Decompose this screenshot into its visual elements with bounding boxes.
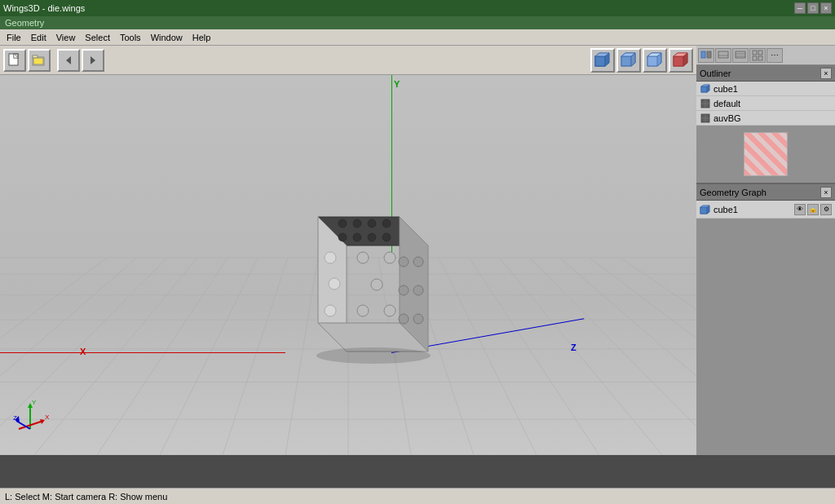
geometry-graph-panel: Geometry Graph × cube1 👁 🔒	[696, 184, 835, 455]
geometry-graph-title: Geometry Graph	[700, 188, 767, 197]
svg-rect-100	[701, 86, 707, 92]
svg-rect-97	[758, 56, 762, 60]
svg-text:Y: Y	[32, 399, 37, 406]
geomgraph-cube1-label: cube1	[714, 205, 738, 214]
z-axis-label: Z	[571, 343, 577, 352]
outliner-close-button[interactable]: ×	[820, 68, 832, 79]
svg-point-56	[325, 305, 336, 316]
geomgraph-cube1-icon	[700, 204, 711, 215]
mini-axes: Y X Z	[12, 398, 45, 431]
back-button[interactable]	[57, 49, 80, 72]
panel-tool-5[interactable]: ⋯	[767, 48, 783, 63]
svg-rect-94	[753, 51, 757, 55]
svg-point-62	[371, 279, 382, 290]
geomgraph-settings-button[interactable]: ⚙	[820, 204, 832, 215]
svg-text:Z: Z	[13, 414, 17, 422]
svg-line-45	[469, 258, 599, 455]
menu-window[interactable]: Window	[146, 31, 188, 44]
svg-line-46	[499, 258, 662, 455]
svg-point-68	[413, 314, 423, 324]
window-title: Wings3D - die.wings	[3, 3, 85, 13]
svg-point-57	[329, 278, 340, 290]
viewport[interactable]: Y X Z	[0, 75, 696, 455]
title-bar: Wings3D - die.wings ─ □ ×	[0, 0, 835, 16]
svg-point-76	[382, 233, 391, 241]
svg-point-69	[338, 219, 347, 228]
svg-point-77	[316, 347, 431, 364]
auv-preview-thumbnail	[744, 132, 788, 176]
new-button[interactable]	[3, 49, 26, 72]
outliner-title: Outliner	[700, 69, 731, 78]
svg-rect-95	[758, 51, 762, 55]
svg-point-60	[357, 305, 369, 316]
outliner-auvbg-label: auvBG	[714, 113, 741, 123]
svg-line-36	[160, 258, 258, 455]
menu-select[interactable]: Select	[80, 31, 115, 44]
title-bar-controls: ─ □ ×	[794, 2, 832, 14]
top-view-button[interactable]	[643, 48, 667, 73]
svg-rect-5	[33, 58, 43, 64]
geomgraph-item-cube1[interactable]: cube1 👁 🔒 ⚙	[696, 201, 835, 219]
svg-rect-111	[700, 207, 707, 214]
svg-line-50	[620, 258, 696, 455]
menu-file[interactable]: File	[2, 31, 26, 44]
outliner-item-cube1[interactable]: cube1	[696, 82, 835, 96]
front-view-button[interactable]	[590, 48, 615, 73]
menu-edit[interactable]: Edit	[26, 31, 51, 44]
geomgraph-lock-button[interactable]: 🔒	[807, 204, 819, 215]
svg-point-63	[399, 257, 409, 267]
close-button[interactable]: ×	[820, 2, 832, 14]
menu-help[interactable]: Help	[188, 31, 216, 44]
svg-text:X: X	[45, 413, 49, 421]
outliner-header: Outliner ×	[696, 65, 835, 82]
svg-point-66	[413, 285, 423, 295]
menu-view[interactable]: View	[51, 31, 81, 44]
svg-point-61	[384, 305, 395, 316]
svg-line-44	[439, 258, 537, 455]
svg-point-58	[357, 252, 369, 263]
svg-point-55	[325, 252, 336, 263]
default-material-icon	[700, 98, 711, 109]
svg-point-65	[399, 285, 409, 295]
svg-point-73	[338, 233, 347, 241]
svg-point-64	[413, 257, 423, 267]
maximize-button[interactable]: □	[807, 2, 819, 14]
svg-point-67	[399, 314, 409, 324]
svg-rect-22	[674, 56, 683, 66]
forward-button[interactable]	[82, 49, 104, 72]
svg-point-72	[382, 219, 391, 228]
svg-marker-6	[66, 56, 71, 64]
outliner-panel: Outliner × cube1	[696, 65, 835, 184]
svg-rect-18	[647, 56, 657, 66]
geometry-graph-header: Geometry Graph ×	[696, 184, 835, 201]
svg-rect-87	[701, 51, 705, 58]
menu-tools[interactable]: Tools	[115, 31, 146, 44]
x-axis-label: X	[80, 347, 86, 356]
svg-point-71	[368, 219, 376, 228]
outliner-item-auvbg[interactable]: auvBG	[696, 111, 835, 126]
minimize-button[interactable]: ─	[794, 2, 806, 14]
panel-tool-4[interactable]	[749, 48, 766, 63]
right-panel: ⋯ Outliner × cube1	[696, 46, 835, 455]
toolbar	[0, 46, 696, 75]
open-button[interactable]	[28, 49, 51, 72]
svg-rect-89	[718, 51, 728, 58]
cube1-icon	[700, 83, 711, 95]
svg-point-59	[384, 252, 395, 263]
svg-line-38	[34, 258, 197, 455]
menu-bar: File Edit View Select Tools Window Help	[0, 29, 835, 46]
svg-line-49	[590, 258, 696, 455]
panel-tool-3[interactable]	[732, 48, 749, 63]
svg-line-47	[529, 258, 696, 455]
geomgraph-item-icons: 👁 🔒 ⚙	[794, 204, 832, 215]
geomgraph-eye-button[interactable]: 👁	[794, 204, 806, 215]
status-text: L: Select M: Start camera R: Show menu	[5, 492, 167, 502]
panel-tool-2[interactable]	[715, 48, 731, 63]
perspective-view-button[interactable]	[669, 48, 693, 73]
svg-rect-14	[621, 56, 631, 66]
outliner-item-default[interactable]: default	[696, 96, 835, 111]
status-bar: L: Select M: Start camera R: Show menu	[0, 488, 835, 504]
side-view-button[interactable]	[616, 48, 641, 73]
panel-tool-1[interactable]	[698, 48, 714, 63]
geometry-graph-close-button[interactable]: ×	[820, 187, 832, 198]
